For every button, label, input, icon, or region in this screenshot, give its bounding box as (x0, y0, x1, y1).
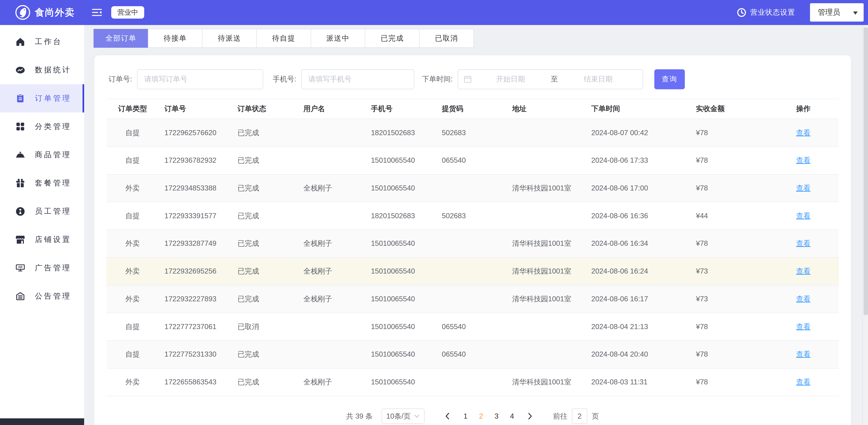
order-status-tab[interactable]: 待派送 (202, 29, 257, 48)
sidebar-item[interactable]: 店铺设置 (0, 226, 84, 254)
cell-order-type: 外卖 (106, 239, 159, 248)
page-size-select[interactable]: 10条/页 (381, 408, 425, 424)
business-status-button[interactable]: 营业状态设置 (737, 7, 795, 17)
order-status-tab[interactable]: 全部订单 (94, 29, 148, 48)
cell-username: 全栈刚子 (298, 183, 366, 193)
cell-order-time: 2024-08-07 00:42 (586, 129, 690, 137)
cell-order-no: 1722936782932 (159, 156, 232, 165)
sidebar-item[interactable]: 工作台 (0, 28, 84, 56)
cell-pickup-code: 065540 (436, 350, 507, 359)
business-status-label: 营业状态设置 (750, 7, 795, 17)
page-number[interactable]: 3 (489, 408, 504, 424)
cell-order-status: 已完成 (232, 155, 298, 165)
admin-dropdown[interactable]: 管理员 (810, 3, 864, 22)
table-row: 自提 1722962576620 已完成 18201502683 502683 … (106, 119, 839, 147)
cell-order-time: 2024-08-06 16:36 (586, 212, 690, 220)
view-order-link[interactable]: 查看 (796, 295, 811, 303)
sidebar-item[interactable]: 公告管理 (0, 282, 84, 310)
cell-amount: ¥78 (690, 350, 790, 359)
sidebar-item[interactable]: 商品管理 (0, 141, 84, 169)
orders-table: 订单类型 订单号 订单状态 用户名 手机号 提货码 地址 下单时间 实收金额 操… (106, 99, 839, 396)
dish-icon (15, 150, 26, 160)
sidebar-menu: 工作台 数据统计 订单管理 分类管理 商品管理 套餐管理 (0, 25, 84, 311)
view-order-link[interactable]: 查看 (796, 378, 811, 386)
cell-order-status: 已完成 (232, 349, 298, 359)
calendar-icon (464, 75, 472, 83)
view-order-link[interactable]: 查看 (796, 350, 811, 358)
cell-order-time: 2024-08-04 20:40 (586, 350, 690, 359)
cell-order-type: 自提 (106, 349, 159, 359)
sidebar-item[interactable]: 分类管理 (0, 112, 84, 141)
brand: 食尚外卖 (0, 4, 84, 21)
view-order-link[interactable]: 查看 (796, 267, 811, 275)
cell-order-no: 1722933287749 (159, 239, 232, 248)
cell-order-status: 已完成 (232, 183, 298, 193)
cell-order-time: 2024-08-06 16:17 (586, 295, 690, 303)
page-number[interactable]: 1 (458, 408, 473, 424)
table-header-row: 订单类型 订单号 订单状态 用户名 手机号 提货码 地址 下单时间 实收金额 操… (106, 99, 839, 119)
order-status-tabs: 全部订单 待接单 待派送 待自提 派送中 已完成 已取消 (94, 29, 474, 48)
cell-phone: 18201502683 (366, 212, 436, 220)
sidebar-item[interactable]: 员工管理 (0, 197, 84, 226)
cell-order-status: 已完成 (232, 266, 298, 276)
sidebar-item[interactable]: 套餐管理 (0, 169, 84, 197)
col-actions: 操作 (790, 104, 839, 114)
col-pickup-code: 提货码 (436, 104, 507, 114)
tab-label: 已完成 (380, 33, 404, 43)
order-status-tab[interactable]: 待接单 (148, 29, 203, 48)
cell-pickup-code: 502683 (436, 129, 507, 137)
sidebar-item[interactable]: 订单管理 (0, 84, 84, 112)
vertical-scrollbar (863, 25, 868, 425)
cell-phone: 15010065540 (366, 239, 436, 248)
cell-order-type: 外卖 (106, 183, 159, 193)
sidebar-item[interactable]: 数据统计 (0, 56, 84, 84)
date-range-picker[interactable]: 开始日期 至 结束日期 (458, 69, 643, 89)
tab-label: 已取消 (435, 33, 458, 43)
next-page-button[interactable] (524, 408, 536, 424)
goto-page-input[interactable] (572, 408, 587, 424)
scrollbar-thumb[interactable] (864, 27, 868, 315)
cell-order-time: 2024-08-06 17:33 (586, 156, 690, 165)
table-row: 自提 1722775231330 已完成 15010065540 065540 … (106, 341, 839, 369)
page-number[interactable]: 4 (504, 408, 520, 424)
order-status-tab[interactable]: 派送中 (311, 29, 366, 48)
prev-page-button[interactable] (441, 408, 453, 424)
col-order-no: 订单号 (159, 104, 232, 114)
cell-order-time: 2024-08-03 11:31 (586, 378, 690, 386)
sidebar-item-label: 商品管理 (35, 150, 71, 160)
view-order-link[interactable]: 查看 (796, 212, 811, 220)
sidebar-item-label: 工作台 (35, 37, 62, 47)
order-status-tab[interactable]: 已取消 (419, 29, 474, 48)
view-order-link[interactable]: 查看 (796, 323, 811, 331)
view-order-link[interactable]: 查看 (796, 184, 811, 192)
table-row: 外卖 1722655863543 已完成 全栈刚子 15010065540 清华… (106, 369, 839, 396)
cell-pickup-code: 502683 (436, 212, 507, 220)
tab-label: 待自提 (272, 33, 295, 43)
cell-username: 全栈刚子 (298, 239, 366, 248)
brand-logo-icon (14, 4, 31, 21)
order-status-tab[interactable]: 已完成 (365, 29, 420, 48)
view-order-link[interactable]: 查看 (796, 156, 811, 164)
chevron-down-icon (414, 415, 420, 418)
cell-order-status: 已完成 (232, 239, 298, 248)
sidebar-item[interactable]: AD 广告管理 (0, 254, 84, 282)
view-order-link[interactable]: 查看 (796, 239, 811, 247)
cell-order-status: 已取消 (232, 322, 298, 332)
cell-order-type: 自提 (106, 128, 159, 138)
order-no-input[interactable] (137, 69, 264, 89)
tab-label: 全部订单 (105, 33, 136, 43)
sidebar-item-label: 公告管理 (35, 291, 71, 301)
sidebar-item-label: 数据统计 (35, 65, 71, 75)
sidebar-collapse-icon[interactable] (92, 8, 102, 17)
search-button[interactable]: 查询 (654, 69, 685, 89)
combo-icon (15, 178, 26, 189)
cell-amount: ¥78 (690, 323, 790, 331)
page-number[interactable]: 2 (473, 408, 489, 424)
cell-order-time: 2024-08-04 21:13 (586, 323, 690, 331)
phone-input[interactable] (301, 69, 414, 89)
cell-amount: ¥78 (690, 129, 790, 137)
clock-icon (737, 8, 746, 17)
cell-pickup-code: 065540 (436, 323, 507, 331)
order-status-tab[interactable]: 待自提 (256, 29, 311, 48)
view-order-link[interactable]: 查看 (796, 129, 811, 137)
